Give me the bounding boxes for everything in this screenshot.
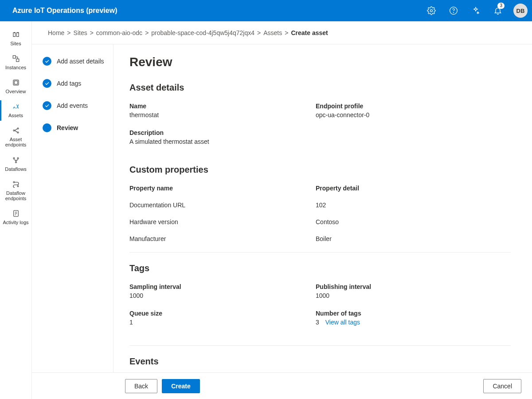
sampling-interval-value: 1000 xyxy=(129,292,316,299)
description-label: Description xyxy=(129,129,511,136)
create-button[interactable]: Create xyxy=(162,379,200,393)
feature-icon[interactable] xyxy=(466,0,485,21)
queue-size-value: 1 xyxy=(129,319,316,326)
nav-label: Dataflows xyxy=(5,166,26,172)
nav-dataflows[interactable]: Dataflows xyxy=(0,152,31,176)
prop-detail-header: Property detail xyxy=(316,185,511,192)
publishing-interval-label: Publishing interval xyxy=(316,283,511,290)
table-row: Hardware version Contoso xyxy=(129,218,511,225)
asset-name-value: thermostat xyxy=(129,111,316,119)
nav-dataflow-endpoints[interactable]: Dataflow endpoints xyxy=(0,176,31,205)
events-heading: Events xyxy=(129,356,511,367)
prop-detail: Contoso xyxy=(316,218,511,225)
svg-rect-3 xyxy=(13,55,16,58)
nav-overview[interactable]: Overview xyxy=(0,75,31,99)
check-icon xyxy=(43,101,51,110)
top-bar: Azure IoT Operations (preview) 3 DB xyxy=(0,0,532,21)
check-icon xyxy=(43,57,51,66)
wizard-footer: Back Create Cancel xyxy=(32,372,532,399)
view-all-tags-link[interactable]: View all tags xyxy=(325,319,360,326)
step-review[interactable]: Review xyxy=(43,123,108,132)
nav-label: Instances xyxy=(5,65,26,70)
asset-endpoints-icon xyxy=(12,126,20,135)
step-add-asset-details[interactable]: Add asset details xyxy=(43,57,108,66)
prop-name: Hardware version xyxy=(129,218,316,225)
app-title: Azure IoT Operations (preview) xyxy=(12,7,422,15)
sites-icon xyxy=(12,30,20,39)
wizard-steps: Add asset details Add tags Add events Re… xyxy=(32,44,113,372)
svg-point-11 xyxy=(17,158,19,159)
nav-instances[interactable]: Instances xyxy=(0,51,31,75)
topbar-actions: 3 DB xyxy=(422,0,528,21)
endpoint-profile-label: Endpoint profile xyxy=(316,103,511,110)
custom-properties-table: Property name Property detail Documentat… xyxy=(129,185,511,242)
bc-site-name[interactable]: common-aio-odc xyxy=(96,29,142,36)
nav-label: Dataflow endpoints xyxy=(1,190,31,201)
avatar[interactable]: DB xyxy=(513,4,528,18)
step-label: Add tags xyxy=(57,80,81,87)
custom-properties-heading: Custom properties xyxy=(129,165,511,175)
publishing-interval-value: 1000 xyxy=(316,292,511,299)
nav-label: Assets xyxy=(8,113,23,118)
svg-point-9 xyxy=(17,132,19,133)
nav-label: Asset endpoints xyxy=(1,137,31,147)
step-add-events[interactable]: Add events xyxy=(43,101,108,110)
prop-name: Manufacturer xyxy=(129,235,316,242)
svg-point-10 xyxy=(13,158,15,159)
current-step-icon xyxy=(43,123,51,132)
svg-point-14 xyxy=(17,186,19,187)
asset-name-label: Name xyxy=(129,103,316,110)
check-icon xyxy=(43,79,51,88)
nav-activity-logs[interactable]: Activity logs xyxy=(0,205,31,229)
bc-instance-name[interactable]: probable-space-cod-4j5qw5j4q72jqx4 xyxy=(151,29,254,36)
asset-details-heading: Asset details xyxy=(129,83,511,93)
nav-asset-endpoints[interactable]: Asset endpoints xyxy=(0,122,31,152)
svg-point-12 xyxy=(15,162,16,163)
prop-detail: 102 xyxy=(316,201,511,209)
nav-assets[interactable]: Assets xyxy=(0,99,31,122)
nav-label: Activity logs xyxy=(3,220,28,225)
queue-size-label: Queue size xyxy=(129,310,316,317)
help-icon[interactable] xyxy=(444,0,463,21)
page-title: Review xyxy=(129,55,511,69)
nav-label: Sites xyxy=(10,41,21,46)
table-row: Manufacturer Boiler xyxy=(129,235,511,242)
activity-logs-icon xyxy=(12,209,20,218)
number-of-tags-label: Number of tags xyxy=(316,310,511,317)
svg-point-0 xyxy=(430,10,433,12)
left-nav: Sites Instances Overview Assets Asset en… xyxy=(0,21,32,399)
step-label: Add events xyxy=(57,102,88,109)
svg-point-8 xyxy=(17,128,19,129)
review-content[interactable]: Review Asset details Name thermostat End… xyxy=(113,44,532,372)
number-of-tags-value: 3 xyxy=(316,319,319,326)
prop-name-header: Property name xyxy=(129,185,316,192)
nav-sites[interactable]: Sites xyxy=(0,27,31,51)
sampling-interval-label: Sampling interval xyxy=(129,283,316,290)
svg-rect-6 xyxy=(14,81,18,84)
breadcrumb: Home > Sites > common-aio-odc > probable… xyxy=(32,21,532,44)
cancel-button[interactable]: Cancel xyxy=(483,379,521,393)
bc-assets[interactable]: Assets xyxy=(263,29,282,36)
dataflows-icon xyxy=(12,156,20,165)
prop-detail: Boiler xyxy=(316,235,511,242)
svg-rect-4 xyxy=(16,59,19,62)
svg-point-13 xyxy=(13,182,15,183)
instances-icon xyxy=(12,54,20,63)
notifications-icon[interactable]: 3 xyxy=(489,0,507,21)
nav-label: Overview xyxy=(6,89,26,94)
step-label: Review xyxy=(57,124,78,131)
description-value: A simulated thermostat asset xyxy=(129,138,511,145)
bc-sites[interactable]: Sites xyxy=(74,29,87,36)
tags-heading: Tags xyxy=(129,263,511,273)
table-row: Documentation URL 102 xyxy=(129,201,511,209)
svg-point-2 xyxy=(454,12,454,13)
bc-current: Create asset xyxy=(291,29,328,36)
step-label: Add asset details xyxy=(57,58,104,65)
bc-home[interactable]: Home xyxy=(48,29,64,36)
settings-icon[interactable] xyxy=(422,0,441,21)
step-add-tags[interactable]: Add tags xyxy=(43,79,108,88)
prop-name: Documentation URL xyxy=(129,201,316,209)
assets-icon xyxy=(12,102,20,111)
endpoint-profile-value: opc-ua-connector-0 xyxy=(316,111,511,119)
back-button[interactable]: Back xyxy=(125,379,157,393)
